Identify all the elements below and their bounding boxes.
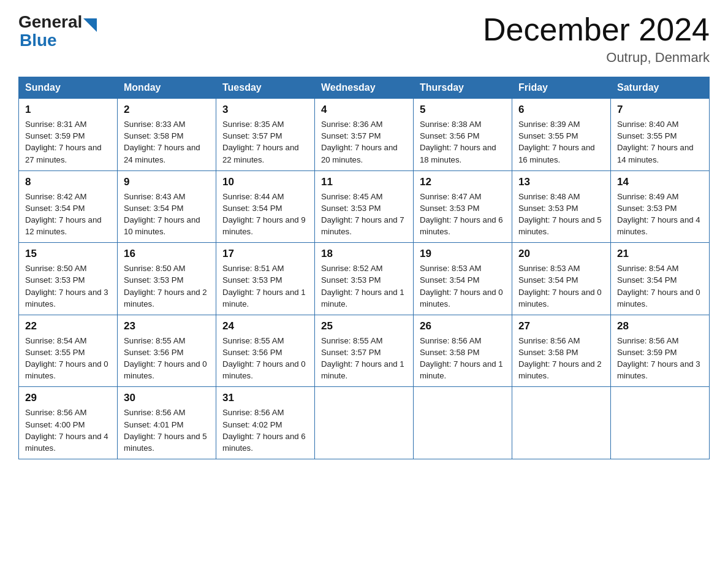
table-row: 15 Sunrise: 8:50 AMSunset: 3:53 PMDaylig… [19, 243, 118, 315]
table-row: 1 Sunrise: 8:31 AMSunset: 3:59 PMDayligh… [19, 99, 118, 171]
day-number: 28 [617, 320, 703, 332]
table-row: 7 Sunrise: 8:40 AMSunset: 3:55 PMDayligh… [611, 99, 710, 171]
day-number: 20 [518, 248, 604, 260]
table-row: 9 Sunrise: 8:43 AMSunset: 3:54 PMDayligh… [118, 170, 216, 243]
table-row: 31 Sunrise: 8:56 AMSunset: 4:02 PMDaylig… [216, 387, 315, 459]
day-info: Sunrise: 8:43 AMSunset: 3:54 PMDaylight:… [124, 191, 210, 238]
table-row: 6 Sunrise: 8:39 AMSunset: 3:55 PMDayligh… [512, 99, 611, 171]
day-number: 3 [222, 104, 308, 116]
table-row: 5 Sunrise: 8:38 AMSunset: 3:56 PMDayligh… [414, 99, 512, 171]
day-number: 14 [617, 176, 703, 188]
day-info: Sunrise: 8:53 AMSunset: 3:54 PMDaylight:… [518, 262, 604, 310]
calendar-table: Sunday Monday Tuesday Wednesday Thursday… [18, 77, 710, 459]
day-info: Sunrise: 8:54 AMSunset: 3:55 PMDaylight:… [25, 335, 111, 382]
day-info: Sunrise: 8:35 AMSunset: 3:57 PMDaylight:… [222, 118, 308, 166]
location-text: Outrup, Denmark [483, 50, 710, 66]
day-info: Sunrise: 8:49 AMSunset: 3:53 PMDaylight:… [617, 191, 703, 238]
day-number: 12 [420, 176, 506, 188]
day-number: 8 [25, 176, 111, 188]
table-row: 28 Sunrise: 8:56 AMSunset: 3:59 PMDaylig… [611, 315, 710, 387]
table-row: 13 Sunrise: 8:48 AMSunset: 3:53 PMDaylig… [512, 170, 611, 243]
day-number: 24 [222, 320, 308, 332]
header-tuesday: Tuesday [216, 77, 315, 99]
table-row: 26 Sunrise: 8:56 AMSunset: 3:58 PMDaylig… [414, 315, 512, 387]
day-info: Sunrise: 8:52 AMSunset: 3:53 PMDaylight:… [321, 262, 407, 310]
calendar-week-row: 29 Sunrise: 8:56 AMSunset: 4:00 PMDaylig… [19, 387, 710, 459]
day-number: 1 [25, 104, 111, 116]
day-number: 16 [124, 248, 210, 260]
table-row: 19 Sunrise: 8:53 AMSunset: 3:54 PMDaylig… [414, 243, 512, 315]
table-row [611, 387, 710, 459]
day-info: Sunrise: 8:48 AMSunset: 3:53 PMDaylight:… [518, 191, 604, 238]
day-info: Sunrise: 8:56 AMSunset: 3:58 PMDaylight:… [420, 335, 506, 382]
svg-marker-0 [83, 18, 97, 32]
title-block: December 2024 Outrup, Denmark [483, 12, 710, 66]
day-number: 23 [124, 320, 210, 332]
day-info: Sunrise: 8:50 AMSunset: 3:53 PMDaylight:… [124, 262, 210, 310]
day-number: 17 [222, 248, 308, 260]
day-info: Sunrise: 8:40 AMSunset: 3:55 PMDaylight:… [617, 118, 703, 166]
header-friday: Friday [512, 77, 611, 99]
day-info: Sunrise: 8:55 AMSunset: 3:56 PMDaylight:… [222, 335, 308, 382]
day-info: Sunrise: 8:53 AMSunset: 3:54 PMDaylight:… [420, 262, 506, 310]
day-number: 25 [321, 320, 407, 332]
header-sunday: Sunday [19, 77, 118, 99]
day-number: 5 [420, 104, 506, 116]
table-row: 29 Sunrise: 8:56 AMSunset: 4:00 PMDaylig… [19, 387, 118, 459]
header-monday: Monday [118, 77, 216, 99]
table-row: 22 Sunrise: 8:54 AMSunset: 3:55 PMDaylig… [19, 315, 118, 387]
day-info: Sunrise: 8:44 AMSunset: 3:54 PMDaylight:… [222, 191, 308, 238]
day-info: Sunrise: 8:56 AMSunset: 3:59 PMDaylight:… [617, 335, 703, 382]
table-row [315, 387, 414, 459]
header-thursday: Thursday [414, 77, 512, 99]
day-number: 18 [321, 248, 407, 260]
day-number: 4 [321, 104, 407, 116]
table-row: 10 Sunrise: 8:44 AMSunset: 3:54 PMDaylig… [216, 170, 315, 243]
day-number: 7 [617, 104, 703, 116]
calendar-week-row: 8 Sunrise: 8:42 AMSunset: 3:54 PMDayligh… [19, 170, 710, 243]
day-info: Sunrise: 8:56 AMSunset: 4:00 PMDaylight:… [25, 407, 111, 454]
day-info: Sunrise: 8:55 AMSunset: 3:56 PMDaylight:… [124, 335, 210, 382]
calendar-week-row: 15 Sunrise: 8:50 AMSunset: 3:53 PMDaylig… [19, 243, 710, 315]
day-number: 10 [222, 176, 308, 188]
month-title: December 2024 [483, 12, 710, 47]
table-row: 24 Sunrise: 8:55 AMSunset: 3:56 PMDaylig… [216, 315, 315, 387]
day-number: 2 [124, 104, 210, 116]
table-row: 16 Sunrise: 8:50 AMSunset: 3:53 PMDaylig… [118, 243, 216, 315]
day-number: 6 [518, 104, 604, 116]
day-info: Sunrise: 8:50 AMSunset: 3:53 PMDaylight:… [25, 262, 111, 310]
day-number: 9 [124, 176, 210, 188]
table-row [512, 387, 611, 459]
day-info: Sunrise: 8:45 AMSunset: 3:53 PMDaylight:… [321, 191, 407, 238]
day-info: Sunrise: 8:55 AMSunset: 3:57 PMDaylight:… [321, 335, 407, 382]
table-row: 11 Sunrise: 8:45 AMSunset: 3:53 PMDaylig… [315, 170, 414, 243]
day-number: 31 [222, 392, 308, 404]
logo-general-text: General [18, 12, 82, 32]
logo-blue-text: Blue [20, 31, 57, 50]
day-info: Sunrise: 8:36 AMSunset: 3:57 PMDaylight:… [321, 118, 407, 166]
day-number: 27 [518, 320, 604, 332]
day-info: Sunrise: 8:47 AMSunset: 3:53 PMDaylight:… [420, 191, 506, 238]
header-wednesday: Wednesday [315, 77, 414, 99]
logo-arrow-icon [83, 18, 97, 32]
day-number: 11 [321, 176, 407, 188]
day-number: 15 [25, 248, 111, 260]
table-row: 21 Sunrise: 8:54 AMSunset: 3:54 PMDaylig… [611, 243, 710, 315]
table-row: 17 Sunrise: 8:51 AMSunset: 3:53 PMDaylig… [216, 243, 315, 315]
table-row: 30 Sunrise: 8:56 AMSunset: 4:01 PMDaylig… [118, 387, 216, 459]
header-saturday: Saturday [611, 77, 710, 99]
day-info: Sunrise: 8:39 AMSunset: 3:55 PMDaylight:… [518, 118, 604, 166]
table-row: 14 Sunrise: 8:49 AMSunset: 3:53 PMDaylig… [611, 170, 710, 243]
table-row: 4 Sunrise: 8:36 AMSunset: 3:57 PMDayligh… [315, 99, 414, 171]
calendar-week-row: 1 Sunrise: 8:31 AMSunset: 3:59 PMDayligh… [19, 99, 710, 171]
table-row: 27 Sunrise: 8:56 AMSunset: 3:58 PMDaylig… [512, 315, 611, 387]
day-info: Sunrise: 8:38 AMSunset: 3:56 PMDaylight:… [420, 118, 506, 166]
day-number: 29 [25, 392, 111, 404]
table-row: 12 Sunrise: 8:47 AMSunset: 3:53 PMDaylig… [414, 170, 512, 243]
day-number: 13 [518, 176, 604, 188]
table-row: 25 Sunrise: 8:55 AMSunset: 3:57 PMDaylig… [315, 315, 414, 387]
day-info: Sunrise: 8:42 AMSunset: 3:54 PMDaylight:… [25, 191, 111, 238]
table-row: 3 Sunrise: 8:35 AMSunset: 3:57 PMDayligh… [216, 99, 315, 171]
day-number: 19 [420, 248, 506, 260]
day-info: Sunrise: 8:33 AMSunset: 3:58 PMDaylight:… [124, 118, 210, 166]
